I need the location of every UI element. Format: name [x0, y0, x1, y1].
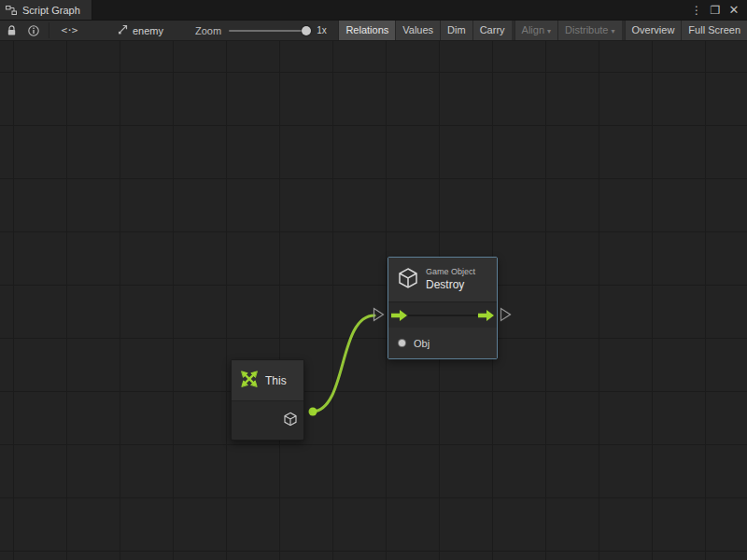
carry-button[interactable]: Carry	[472, 21, 512, 40]
chevron-down-icon: ▾	[547, 21, 551, 41]
node-destroy-flow-row	[388, 301, 497, 328]
toolbar-buttons: Relations Values Dim Carry Align ▾ Distr…	[338, 21, 747, 40]
window-controls: ⋮ ❐ ✕	[689, 0, 747, 20]
node-title: Destroy	[426, 278, 475, 292]
overview-button[interactable]: Overview	[625, 21, 682, 40]
toolbar-separator	[49, 22, 49, 38]
gameobject-cube-icon[interactable]	[283, 412, 298, 430]
node-destroy-header: Game Object Destroy	[388, 258, 497, 301]
graph-name: enemy	[133, 25, 163, 36]
port-obj[interactable]: Obj	[388, 328, 497, 358]
flow-in-arrow-icon[interactable]	[391, 310, 407, 321]
node-destroy-titles: Game Object Destroy	[426, 267, 475, 291]
values-button[interactable]: Values	[395, 21, 440, 40]
dim-button[interactable]: Dim	[440, 21, 472, 40]
gameobject-cube-icon	[397, 267, 419, 293]
tab-script-graph[interactable]: Script Graph	[0, 0, 92, 20]
zoom-control: Zoom 1x	[195, 21, 327, 40]
node-destroy[interactable]: Game Object Destroy O	[388, 257, 498, 359]
zoom-slider[interactable]	[229, 21, 309, 40]
zoom-slider-handle[interactable]	[302, 26, 311, 35]
zoom-value: 1x	[317, 25, 327, 35]
node-type-label: Game Object	[426, 267, 475, 277]
node-this[interactable]: This	[231, 359, 304, 441]
self-move-icon	[239, 369, 260, 393]
graph-pointer-icon	[117, 24, 128, 37]
graph-toolbar: <·> enemy Zoom 1x Relations	[0, 21, 747, 41]
zoom-slider-track	[229, 30, 309, 32]
relations-button[interactable]: Relations	[338, 21, 395, 40]
flow-output-triangle[interactable]	[501, 309, 511, 321]
connection-layer	[0, 41, 747, 560]
kebab-menu-icon[interactable]: ⋮	[689, 0, 704, 21]
graph-canvas[interactable]: This	[0, 41, 747, 560]
this-output-port-dot[interactable]	[309, 408, 317, 416]
chevron-down-icon: ▾	[612, 21, 615, 41]
zoom-label: Zoom	[195, 25, 221, 36]
tab-title: Script Graph	[22, 5, 80, 16]
fullscreen-button[interactable]: Full Screen	[681, 21, 747, 40]
node-this-label: This	[265, 374, 287, 387]
flow-out-arrow-icon[interactable]	[478, 310, 494, 321]
node-this-header: This	[232, 360, 303, 400]
lock-icon[interactable]	[0, 21, 22, 40]
flow-input-triangle[interactable]	[374, 309, 384, 321]
node-this-ports	[232, 400, 303, 440]
maximize-icon[interactable]: ❐	[708, 0, 723, 21]
info-icon[interactable]	[22, 21, 45, 40]
distribute-dropdown[interactable]: Distribute ▾	[557, 21, 621, 40]
port-obj-dot[interactable]	[399, 340, 405, 346]
flow-line	[408, 315, 477, 316]
connection-wire[interactable]	[313, 315, 374, 412]
close-icon[interactable]: ✕	[726, 0, 741, 21]
graph-breadcrumb[interactable]: enemy	[109, 21, 171, 40]
port-obj-label: Obj	[414, 338, 430, 349]
graph-tab-icon	[6, 5, 17, 16]
script-graph-window: Script Graph ⋮ ❐ ✕ <·>	[0, 0, 747, 560]
titlebar: Script Graph ⋮ ❐ ✕	[0, 0, 747, 21]
code-view-icon[interactable]: <·>	[53, 21, 85, 40]
align-dropdown[interactable]: Align ▾	[514, 21, 557, 40]
